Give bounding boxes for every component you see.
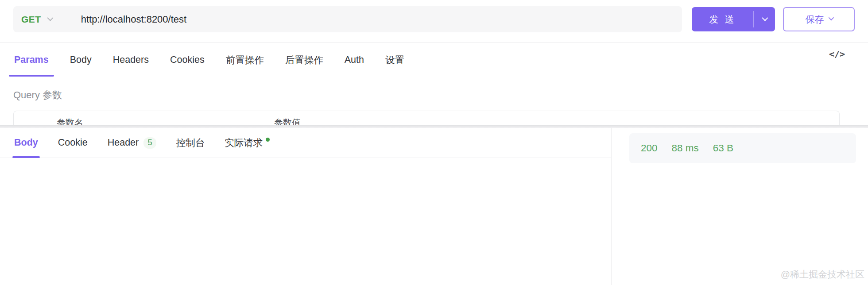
response-tab-cookie[interactable]: Cookie — [58, 128, 88, 158]
tab-body[interactable]: Body — [70, 43, 92, 77]
response-tab-label: Header — [108, 137, 139, 148]
response-time: 88 ms — [672, 142, 699, 154]
query-params-title: Query 参数 — [13, 89, 62, 102]
tab-post-ops[interactable]: 后置操作 — [285, 43, 323, 77]
response-tab-actual-request[interactable]: 实际请求 — [225, 128, 270, 158]
watermark: @稀土掘金技术社区 — [781, 268, 864, 281]
response-size: 63 B — [713, 142, 733, 154]
response-tab-label: Cookie — [58, 137, 88, 148]
response-status-box: 200 88 ms 63 B — [629, 133, 856, 163]
status-code: 200 — [641, 142, 658, 154]
column-header-name: 参数名 — [14, 117, 274, 126]
response-tab-console[interactable]: 控制台 — [176, 128, 205, 158]
header-count-badge: 5 — [143, 137, 156, 149]
method-chevron-down-icon[interactable] — [47, 15, 53, 21]
response-tabs: BodyCookieHeader5控制台实际请求 — [0, 128, 611, 158]
save-button[interactable]: 保存 — [783, 7, 855, 31]
column-header-value: 参数值 — [274, 117, 301, 126]
green-status-dot — [266, 138, 270, 142]
response-meta-panel: 200 88 ms 63 B — [611, 128, 868, 285]
query-table-header: 参数名 参数值 — [14, 111, 839, 126]
more-columns-button[interactable]: ... — [428, 118, 438, 126]
tab-auth[interactable]: Auth — [345, 43, 364, 77]
response-tab-label: Body — [14, 137, 38, 148]
response-tab-body[interactable]: Body — [14, 128, 38, 158]
send-options-button[interactable] — [754, 7, 775, 31]
send-button[interactable]: 发 送 — [692, 7, 775, 31]
url-bar: GET http://localhost:8200/test — [13, 6, 682, 32]
response-panel: BodyCookieHeader5控制台实际请求 PrettyRawPrevie… — [0, 128, 611, 285]
tab-settings[interactable]: 设置 — [385, 43, 404, 77]
code-snippet-icon[interactable]: </> — [829, 49, 845, 59]
query-params-table: 参数名 参数值 ... — [13, 111, 840, 126]
request-tabs: ParamsBodyHeadersCookies前置操作后置操作Auth设置 — [14, 43, 404, 77]
response-tab-header[interactable]: Header5 — [108, 128, 156, 158]
tab-headers[interactable]: Headers — [113, 43, 149, 77]
method-selector[interactable]: GET — [21, 14, 41, 25]
url-input[interactable]: http://localhost:8200/test — [81, 14, 187, 25]
tab-pre-ops[interactable]: 前置操作 — [226, 43, 264, 77]
tab-cookies[interactable]: Cookies — [170, 43, 205, 77]
response-tab-label: 控制台 — [176, 136, 205, 149]
tab-params[interactable]: Params — [14, 43, 49, 77]
chevron-down-icon — [828, 15, 834, 21]
chevron-down-icon — [762, 15, 768, 21]
api-client-window: GET http://localhost:8200/test 发 送 保存 Pa… — [0, 0, 868, 285]
response-tab-label: 实际请求 — [225, 136, 263, 149]
send-button-label: 发 送 — [692, 7, 753, 31]
save-button-label: 保存 — [806, 13, 824, 26]
